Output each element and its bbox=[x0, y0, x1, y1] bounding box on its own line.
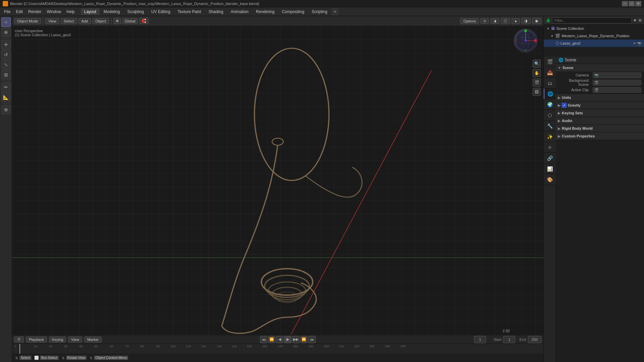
background-scene-value[interactable]: 🎬 bbox=[593, 80, 641, 85]
menu-window[interactable]: Window bbox=[44, 9, 64, 15]
cursor-tool-button[interactable]: ⊕ bbox=[1, 27, 11, 37]
add-menu[interactable]: Add bbox=[78, 18, 91, 24]
outliner-search-input[interactable] bbox=[552, 17, 632, 23]
object-render-icon[interactable]: 📷 bbox=[637, 42, 641, 45]
playback-menu[interactable]: Playback bbox=[26, 337, 47, 343]
current-frame-input[interactable]: 1 bbox=[474, 336, 486, 343]
transform-orientation-dropdown[interactable]: Global bbox=[122, 18, 138, 24]
outliner-lasso-geo2[interactable]: ⬡ Lasso_geo2 👁 📷 bbox=[544, 40, 644, 47]
tab-animation[interactable]: Animation bbox=[227, 8, 252, 15]
start-frame-input[interactable]: 1 bbox=[503, 336, 515, 343]
tab-uv-editing[interactable]: UV Editing bbox=[148, 8, 174, 15]
keying-sets-section-header[interactable]: ▶ Keying Sets bbox=[556, 109, 644, 117]
select-menu[interactable]: Select bbox=[61, 18, 77, 24]
prop-tab-modifiers[interactable]: 🔧 bbox=[544, 121, 556, 131]
outliner-western-lasso[interactable]: ▼ 🎬 Western_Lasso_Rope_Dynamic_Position bbox=[544, 32, 644, 40]
minimize-button[interactable]: ─ bbox=[622, 1, 628, 6]
maximize-button[interactable]: □ bbox=[629, 1, 635, 6]
options-dropdown[interactable]: Options bbox=[460, 18, 479, 24]
material-shading[interactable]: ◑ bbox=[521, 18, 531, 24]
prop-tab-physics[interactable]: ⚛ bbox=[544, 142, 556, 153]
prop-tab-world[interactable]: 🌍 bbox=[544, 99, 556, 110]
snapping-dropdown[interactable]: 🧲 bbox=[139, 18, 149, 24]
xray-toggle[interactable]: ◑ bbox=[490, 18, 499, 24]
tab-scripting[interactable]: Scripting bbox=[308, 8, 331, 15]
menu-edit[interactable]: Edit bbox=[13, 9, 25, 15]
step-forward-button[interactable]: ▶▶ bbox=[292, 336, 300, 343]
rendered-shading[interactable]: ◉ bbox=[532, 18, 541, 24]
tab-texture-paint[interactable]: Texture Paint bbox=[174, 8, 205, 15]
prop-tab-object[interactable]: ⬡ bbox=[544, 110, 556, 121]
menu-file[interactable]: File bbox=[1, 9, 13, 15]
frame-mark-250: 250 bbox=[400, 345, 406, 348]
view-menu-timeline[interactable]: View bbox=[68, 337, 82, 343]
timeline-body[interactable]: 1 10 20 30 40 50 60 70 80 90 100 110 120… bbox=[12, 344, 543, 354]
jump-forward-button[interactable]: ⏩ bbox=[300, 336, 308, 343]
gravity-section-header[interactable]: ▶ ✓ Gravity bbox=[556, 102, 644, 109]
marker-menu[interactable]: Marker bbox=[84, 337, 102, 343]
navigation-gizmo[interactable]: X Y bbox=[514, 29, 541, 56]
jump-to-start-button[interactable]: ⏮ bbox=[260, 336, 267, 343]
prop-tab-scene[interactable]: 🌐 bbox=[544, 88, 556, 99]
jump-to-end-button[interactable]: ⏭ bbox=[308, 336, 316, 343]
prop-tab-render[interactable]: 🎬 bbox=[544, 56, 556, 67]
add-workspace-button[interactable]: + bbox=[331, 8, 339, 15]
object-visibility-icon[interactable]: 👁 bbox=[633, 42, 636, 45]
overlay-toggle[interactable]: ⊙ bbox=[480, 18, 489, 24]
pan-button[interactable]: ✋ bbox=[533, 69, 541, 77]
solid-shading[interactable]: ● bbox=[512, 18, 520, 24]
zoom-to-fit-button[interactable]: 🔍 bbox=[533, 60, 541, 68]
step-back-button[interactable]: ◀ bbox=[276, 336, 283, 343]
menu-render[interactable]: Render bbox=[25, 9, 44, 15]
annotate-tool-button[interactable]: ✏ bbox=[1, 82, 11, 92]
add-primitive-button[interactable]: ⊕ bbox=[1, 105, 11, 114]
custom-properties-section-header[interactable]: ▶ Custom Properties bbox=[556, 132, 644, 140]
move-tool-button[interactable]: ✛ bbox=[1, 40, 11, 49]
prop-tab-view-layer[interactable]: 🗂 bbox=[544, 78, 556, 88]
tab-shading[interactable]: Shading bbox=[205, 8, 227, 15]
gravity-checkbox[interactable]: ✓ bbox=[562, 103, 567, 108]
outliner-settings-icon[interactable]: ⚙ bbox=[638, 18, 642, 23]
close-button[interactable]: ✕ bbox=[635, 1, 641, 6]
prop-tab-material[interactable]: 🎨 bbox=[544, 174, 556, 185]
view-menu[interactable]: View bbox=[45, 18, 59, 24]
outliner-scene-collection[interactable]: ▼ 🏛 Scene Collection bbox=[544, 25, 644, 32]
camera-view-button[interactable]: 🎬 bbox=[533, 78, 541, 86]
prop-tab-particles[interactable]: ✨ bbox=[544, 131, 556, 142]
tab-rendering[interactable]: Rendering bbox=[253, 8, 278, 15]
frame-mark-1: 1 bbox=[15, 345, 16, 348]
tab-layout[interactable]: Layout bbox=[81, 8, 100, 15]
prop-tab-data[interactable]: 📊 bbox=[544, 164, 556, 174]
rigid-body-section-header[interactable]: ▶ Rigid Body World bbox=[556, 125, 644, 132]
timeline-type-icon[interactable]: ⏱ bbox=[14, 337, 24, 343]
keying-menu[interactable]: Keying bbox=[49, 337, 66, 343]
jump-back-button[interactable]: ⏪ bbox=[268, 336, 275, 343]
transform-pivot-dropdown[interactable]: ⊕ bbox=[113, 18, 121, 24]
play-pause-button[interactable]: ▶ bbox=[284, 336, 291, 343]
object-menu[interactable]: Object bbox=[92, 18, 109, 24]
tab-sculpting[interactable]: Sculpting bbox=[124, 8, 147, 15]
scene-section-header[interactable]: ▼ Scene bbox=[556, 64, 644, 71]
render-view-button[interactable]: 🖼 bbox=[533, 88, 541, 96]
wireframe-shading[interactable]: ⬡ bbox=[501, 18, 510, 24]
outliner-filter-icon[interactable]: ▼ bbox=[633, 18, 637, 23]
rotate-tool-button[interactable]: ↺ bbox=[1, 50, 11, 59]
active-clip-value[interactable]: 🎬 bbox=[593, 87, 641, 93]
object-mode-dropdown[interactable]: Object Mode bbox=[14, 18, 41, 24]
audio-section-header[interactable]: ▶ Audio bbox=[556, 117, 644, 124]
select-tool-button[interactable]: ⊹ bbox=[1, 17, 11, 27]
end-frame-input[interactable]: 250 bbox=[528, 336, 541, 343]
viewport-canvas[interactable]: User Perspective (1) Scene Collection | … bbox=[12, 26, 543, 335]
frame-mark-90: 90 bbox=[156, 345, 160, 348]
prop-tab-output[interactable]: 📤 bbox=[544, 67, 556, 78]
prop-tab-constraints[interactable]: 🔗 bbox=[544, 153, 556, 164]
scale-tool-button[interactable]: ⤡ bbox=[1, 60, 11, 69]
orbit-gizmo[interactable]: X Y bbox=[514, 29, 537, 52]
tab-compositing[interactable]: Compositing bbox=[278, 8, 308, 15]
units-section-header[interactable]: ▶ Units bbox=[556, 94, 644, 101]
camera-value[interactable]: 📷 bbox=[593, 72, 641, 78]
measure-tool-button[interactable]: 📐 bbox=[1, 93, 11, 102]
tab-modeling[interactable]: Modeling bbox=[100, 8, 123, 15]
menu-help[interactable]: Help bbox=[64, 9, 77, 15]
transform-tool-button[interactable]: ⊞ bbox=[1, 70, 11, 79]
